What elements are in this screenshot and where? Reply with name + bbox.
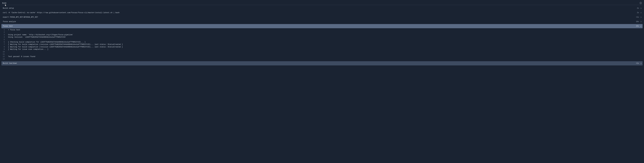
step-duration: 2s	[637, 7, 639, 9]
chevron-right-icon	[640, 17, 641, 18]
log-line: 5	[2, 39, 642, 41]
step-command: curl -H 'Cache-Control: no-cache' https:…	[3, 12, 120, 14]
log-line-number: 4	[2, 36, 8, 39]
chevron-down-icon	[640, 26, 641, 27]
log-line-text: [ Checking build completion for c2b5f75d…	[8, 41, 86, 43]
log-line-text: Using project name: `http://bitbucket.or…	[8, 34, 74, 36]
log-line-text: Using revision: `c2b5f75d0293d7444d4804b…	[8, 36, 66, 39]
log-line-number: 5	[2, 39, 8, 41]
info-icon[interactable]: i	[640, 2, 642, 4]
log-line: 13	[2, 58, 642, 60]
log-line-number: 6	[2, 41, 8, 43]
log-line-number: 7	[2, 43, 8, 46]
log-line-number: 1	[2, 29, 8, 31]
step-command: fossa analyze	[3, 21, 16, 23]
log-line-number: 10	[2, 51, 8, 53]
log-output: 1+ fossa test 2 3Using project name: `ht…	[2, 29, 642, 61]
panel-header: Build i	[2, 2, 642, 5]
step-command: Build teardown	[3, 62, 17, 64]
step-duration: <1s	[636, 62, 639, 64]
step-meta: 26s	[636, 25, 641, 27]
log-line-text: + fossa test	[8, 29, 20, 31]
step-meta: 2s	[637, 12, 641, 14]
step-duration: 10s	[636, 21, 639, 23]
chevron-right-icon	[640, 12, 641, 13]
chevron-right-icon	[640, 63, 641, 64]
step-duration: <1s	[636, 16, 639, 18]
step-build-teardown[interactable]: Build teardown <1s	[2, 61, 642, 65]
step-command: fossa test	[3, 25, 13, 27]
log-line-number: 3	[2, 34, 8, 36]
step-duration: 2s	[637, 12, 639, 14]
log-line-text: [ Waiting for build completion (revision…	[8, 43, 123, 46]
log-line-text: [ Waiting for issue scan completion... ]	[8, 48, 48, 51]
panel-title: Build	[2, 2, 6, 4]
step-meta: <1s	[636, 62, 641, 64]
log-line: 2	[2, 31, 642, 34]
step-meta: 2s	[637, 7, 641, 9]
log-line: 12Test passed! 0 issues found	[2, 56, 642, 58]
log-line: 3Using project name: `http://bitbucket.o…	[2, 34, 642, 36]
step-meta: <1s	[636, 16, 641, 18]
log-line: 9[ Waiting for issue scan completion... …	[2, 48, 642, 51]
log-line: 1+ fossa test	[2, 29, 642, 31]
step-fossa-test[interactable]: fossa test 26s	[2, 24, 642, 28]
log-line-number: 8	[2, 46, 8, 48]
build-panel: Build i Build setup 2s curl -H 'Cache-Co…	[0, 0, 644, 67]
step-fossa-analyze[interactable]: fossa analyze 10s	[2, 20, 642, 24]
step-build-setup[interactable]: Build setup 2s	[2, 6, 642, 10]
log-line-number: 13	[2, 58, 8, 60]
log-line-text: Test passed! 0 issues found	[8, 56, 35, 58]
log-line-number: 9	[2, 48, 8, 51]
log-line: 4Using revision: `c2b5f75d0293d7444d4804…	[2, 36, 642, 39]
step-curl-install[interactable]: curl -H 'Cache-Control: no-cache' https:…	[2, 11, 642, 15]
log-line-number: 11	[2, 53, 8, 56]
step-export-key[interactable]: export FOSSA_API_KEY=$FOSSA_API_KEY <1s	[2, 15, 642, 19]
step-command: Build setup	[3, 7, 14, 9]
chevron-right-icon	[640, 21, 641, 22]
step-meta: 10s	[636, 21, 641, 23]
log-line-number: 2	[2, 31, 8, 34]
step-duration: 26s	[636, 25, 639, 27]
log-line-text: [ Waiting for build completion (revision…	[8, 46, 123, 48]
log-line: 10	[2, 51, 642, 53]
log-line: 8[ Waiting for build completion (revisio…	[2, 46, 642, 48]
step-command: export FOSSA_API_KEY=$FOSSA_API_KEY	[3, 16, 38, 18]
log-line: 7[ Waiting for build completion (revisio…	[2, 43, 642, 46]
log-line-number: 12	[2, 56, 8, 58]
chevron-right-icon	[640, 8, 641, 9]
log-line: 11	[2, 53, 642, 56]
log-line: 6[ Checking build completion for c2b5f75…	[2, 41, 642, 43]
